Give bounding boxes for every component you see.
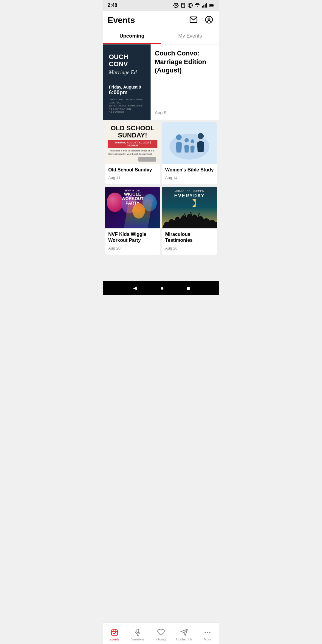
svg-rect-8 <box>210 4 213 6</box>
home-button[interactable]: ● <box>160 285 164 292</box>
svg-line-19 <box>198 213 199 217</box>
battery-icon <box>209 3 214 8</box>
old-school-sunday-date: Aug 11 <box>108 176 157 180</box>
featured-event-card[interactable]: OUCH CONV Marriage Ed Friday, August 9 6… <box>103 44 219 120</box>
svg-rect-6 <box>206 3 207 8</box>
old-school-bg: OLD SCHOOLSUNDAY! SUNDAY, AUGUST 11, 202… <box>105 122 160 164</box>
old-school-sunday-info: Old School Sunday Aug 11 <box>105 164 160 184</box>
svg-point-0 <box>175 5 177 6</box>
nvf-kids-date: Aug 20 <box>108 246 157 250</box>
settings-icon <box>173 3 179 8</box>
nvf-kids-image: NVF KIDS WIGGLEWORKOUTPARTY <box>105 187 160 228</box>
miraculous-testimonies-name: Miraculous Testimonies <box>165 231 214 244</box>
nvf-kids-text-overlay: NVF KIDS WIGGLEWORKOUTPARTY <box>122 189 144 206</box>
womens-bible-study-date: Aug 14 <box>165 176 214 180</box>
nvf-kids-bg: NVF KIDS WIGGLEWORKOUTPARTY <box>105 187 160 228</box>
miraculous-testimonies-date: Aug 20 <box>165 246 214 250</box>
couch-footer-overlay: GREAT CONVO · HELPFUL INFO & GOOD FOO...… <box>109 98 145 114</box>
nvf-kids-title: WIGGLEWORKOUTPARTY <box>122 192 144 206</box>
old-school-title: OLD SCHOOLSUNDAY! <box>111 125 154 139</box>
tab-my-events[interactable]: My Events <box>161 29 219 44</box>
featured-event-date: Aug 9 <box>155 104 215 115</box>
womens-bible-study-name: Women's Bible Study <box>165 167 214 173</box>
svg-rect-4 <box>203 5 204 7</box>
page-title: Events <box>108 16 135 25</box>
svg-rect-3 <box>202 6 203 8</box>
tabs: Upcoming My Events <box>103 29 219 44</box>
featured-event-name: Couch Convo: Marriage Edition (August) <box>155 49 215 75</box>
nvf-kids-info: NVF Kids Wiggle Workout Party Aug 20 <box>105 228 160 255</box>
header-action-icons <box>188 14 214 26</box>
balloon-1 <box>107 193 123 212</box>
nvf-kids-name: NVF Kids Wiggle Workout Party <box>108 231 157 244</box>
event-card-old-school-sunday[interactable]: OLD SCHOOLSUNDAY! SUNDAY, AUGUST 11, 202… <box>105 122 160 184</box>
crowd-silhouette <box>162 210 217 228</box>
event-card-nvf-kids[interactable]: NVF KIDS WIGGLEWORKOUTPARTY NVF Kids Wig… <box>105 187 160 255</box>
recents-button[interactable]: ■ <box>186 285 190 292</box>
wifi-icon <box>195 3 200 8</box>
svg-rect-1 <box>182 3 185 8</box>
profile-button[interactable] <box>204 14 214 26</box>
miracles-label: MIRACLES HAPPEN <box>162 190 217 193</box>
signal-icon <box>202 3 207 8</box>
crescent-moon <box>184 197 196 209</box>
status-bar: 2:48 <box>103 0 219 11</box>
header: Events <box>103 11 219 29</box>
old-school-placeholder <box>138 157 156 162</box>
womens-bible-study-image <box>162 122 217 164</box>
couch-time-overlay: 6:00pm <box>109 89 128 96</box>
status-time: 2:48 <box>108 3 117 8</box>
event-card-miraculous-testimonies[interactable]: MIRACLES HAPPEN EVERYDAY <box>162 187 217 255</box>
sim-icon <box>180 3 186 8</box>
featured-event-info: Couch Convo: Marriage Edition (August) A… <box>151 44 219 120</box>
events-content: OUCH CONV Marriage Ed Friday, August 9 6… <box>103 44 219 281</box>
mail-button[interactable] <box>188 14 199 26</box>
old-school-date-bar: SUNDAY, AUGUST 11, 2024 | 10:30AM <box>108 140 157 148</box>
couch-title-overlay: OUCH CONV <box>109 53 145 68</box>
miraculous-testimonies-image: MIRACLES HAPPEN EVERYDAY <box>162 187 217 228</box>
events-grid: OLD SCHOOLSUNDAY! SUNDAY, AUGUST 11, 202… <box>103 122 219 255</box>
svg-point-11 <box>208 18 210 20</box>
svg-rect-5 <box>205 4 206 8</box>
svg-point-15 <box>191 139 194 143</box>
womens-bible-study-info: Women's Bible Study Aug 14 <box>162 164 217 184</box>
svg-point-14 <box>185 138 189 142</box>
miraculous-testimonies-info: Miraculous Testimonies Aug 20 <box>162 228 217 255</box>
event-card-womens-bible-study[interactable]: Women's Bible Study Aug 14 <box>162 122 217 184</box>
miracles-bg: MIRACLES HAPPEN EVERYDAY <box>162 187 217 228</box>
profile-icon <box>205 16 213 24</box>
svg-point-16 <box>198 133 204 139</box>
android-nav-bar: ◄ ● ■ <box>103 281 219 295</box>
couch-date-overlay: Friday, August 9 <box>109 85 141 89</box>
couch-subtitle-overlay: Marriage Ed <box>109 69 137 76</box>
back-button[interactable]: ◄ <box>132 285 138 292</box>
status-icons <box>173 3 214 8</box>
mail-icon <box>189 16 198 24</box>
old-school-desc: This will be a time to celebrate things … <box>108 149 157 156</box>
family-illustration <box>165 124 214 162</box>
svg-point-13 <box>176 134 182 140</box>
old-school-sunday-name: Old School Sunday <box>108 167 157 173</box>
old-school-sunday-image: OLD SCHOOLSUNDAY! SUNDAY, AUGUST 11, 202… <box>105 122 160 164</box>
featured-event-image: OUCH CONV Marriage Ed Friday, August 9 6… <box>103 44 151 120</box>
svg-point-2 <box>188 3 193 8</box>
vpn-icon <box>188 3 193 8</box>
womens-bg <box>162 122 217 164</box>
couch-convo-image-bg: OUCH CONV Marriage Ed Friday, August 9 6… <box>106 47 148 117</box>
tab-upcoming[interactable]: Upcoming <box>103 29 161 44</box>
